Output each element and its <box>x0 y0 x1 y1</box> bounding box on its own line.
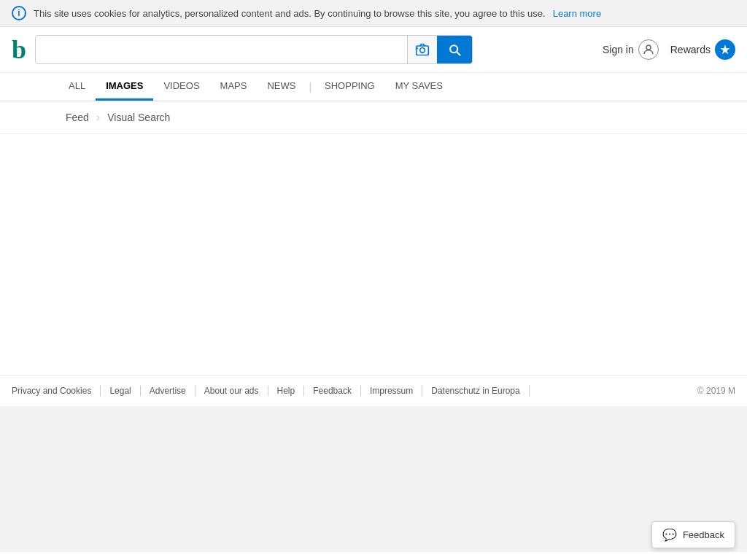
footer-link-about-ads[interactable]: About our ads <box>196 386 268 396</box>
rewards-label: Rewards <box>670 44 711 55</box>
nav-tab-my-saves[interactable]: MY SAVES <box>385 73 453 101</box>
cookie-banner: i This site uses cookies for analytics, … <box>0 0 747 27</box>
search-button[interactable] <box>437 36 472 63</box>
nav-tab-news[interactable]: NEWS <box>257 73 306 101</box>
svg-point-3 <box>646 45 651 50</box>
footer-link-privacy[interactable]: Privacy and Cookies <box>12 386 101 396</box>
nav-tab-all[interactable]: ALL <box>58 73 96 101</box>
info-icon: i <box>12 6 26 20</box>
bing-logo-letter: b <box>12 34 26 65</box>
nav-tab-shopping[interactable]: SHOPPING <box>314 73 385 101</box>
rewards-icon <box>715 39 735 60</box>
search-input[interactable] <box>36 36 407 63</box>
rewards-button[interactable]: Rewards <box>670 39 735 60</box>
footer-link-help[interactable]: Help <box>268 386 305 396</box>
feedback-icon: 💬 <box>662 528 677 542</box>
header-actions: Sign in Rewards <box>603 39 735 60</box>
footer-link-impressum[interactable]: Impressum <box>361 386 422 396</box>
camera-search-icon <box>415 42 430 57</box>
footer-copyright: © 2019 M <box>697 386 735 396</box>
footer-link-datenschutz[interactable]: Datenschutz in Europa <box>422 386 529 396</box>
nav-tab-images[interactable]: IMAGES <box>96 73 153 101</box>
footer-link-legal[interactable]: Legal <box>101 386 140 396</box>
sign-in-button[interactable]: Sign in <box>603 39 659 60</box>
visual-search-button[interactable] <box>407 36 437 63</box>
sub-nav: Feed›Visual Search <box>0 101 747 134</box>
nav-tabs: ALLIMAGESVIDEOSMAPSNEWS|SHOPPINGMY SAVES <box>0 73 747 101</box>
sub-nav-item-visual-search[interactable]: Visual Search <box>100 109 177 126</box>
search-box <box>35 35 473 64</box>
floating-feedback-label: Feedback <box>683 529 724 540</box>
nav-tab-videos[interactable]: VIDEOS <box>153 73 209 101</box>
svg-point-1 <box>420 48 425 53</box>
sign-in-label: Sign in <box>603 44 634 55</box>
nav-divider: | <box>306 81 314 93</box>
learn-more-link[interactable]: Learn more <box>553 8 601 19</box>
footer-link-advertise[interactable]: Advertise <box>141 386 196 396</box>
header: b Sign in <box>0 27 747 73</box>
cookie-message: This site uses cookies for analytics, pe… <box>34 8 546 19</box>
user-icon <box>638 39 659 60</box>
bing-logo[interactable]: b <box>12 34 26 65</box>
search-icon <box>447 42 462 57</box>
floating-feedback-button[interactable]: 💬 Feedback <box>651 521 735 548</box>
bottom-area <box>0 406 747 552</box>
sub-nav-item-feed[interactable]: Feed <box>58 109 96 126</box>
footer-link-feedback[interactable]: Feedback <box>304 386 361 396</box>
nav-tab-maps[interactable]: MAPS <box>210 73 258 101</box>
main-content <box>0 134 747 375</box>
footer: Privacy and CookiesLegalAdvertiseAbout o… <box>0 375 747 406</box>
